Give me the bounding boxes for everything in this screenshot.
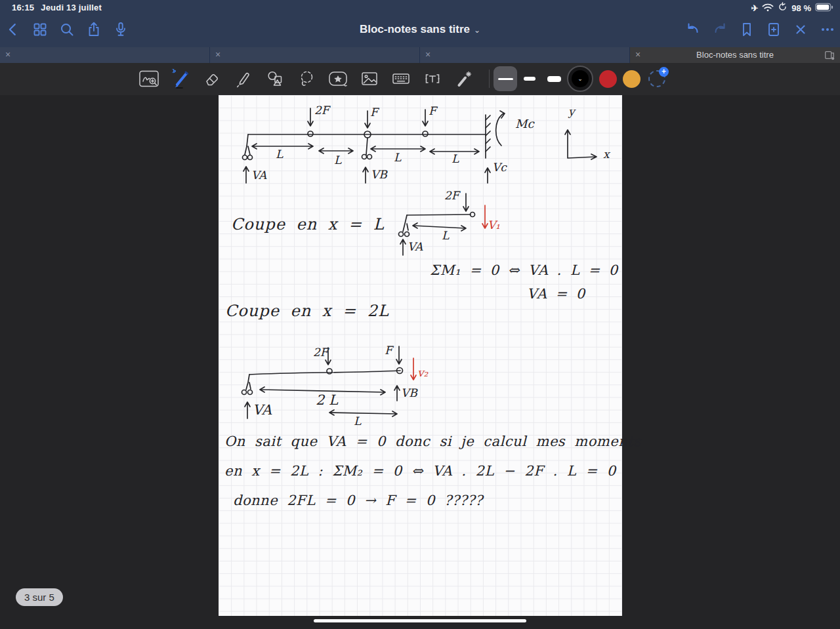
nav-right-icons xyxy=(684,21,836,38)
cut-2-dim-2l: 2 L xyxy=(316,392,338,408)
more-icon[interactable] xyxy=(819,21,836,38)
handwriting-strokes xyxy=(219,95,622,616)
color-orange[interactable] xyxy=(623,70,640,88)
tab-2-close-icon[interactable]: × xyxy=(215,49,220,60)
lasso-tool-icon[interactable] xyxy=(295,67,318,91)
label-dim-l4: L xyxy=(452,152,459,165)
highlighter-tool-icon[interactable] xyxy=(232,67,255,91)
cut-1-va: VA xyxy=(408,240,423,253)
status-date: Jeudi 13 juillet xyxy=(41,3,102,12)
tool-group xyxy=(138,67,475,91)
label-axis-y: y xyxy=(568,105,575,118)
nav-bar: Bloc-notes sans titre⌄ xyxy=(0,16,840,47)
tab-1-close-icon[interactable]: × xyxy=(5,49,10,60)
battery-percent: 98 % xyxy=(791,3,811,13)
drawing-toolbar: ⌄ + xyxy=(0,63,840,95)
status-left: 16:15Jeudi 13 juillet xyxy=(12,3,102,12)
label-moment-mc: Mc xyxy=(515,117,534,131)
status-right: ✈ 98 % xyxy=(751,2,833,14)
page-indicator: 3 sur 5 xyxy=(16,588,63,606)
battery-icon xyxy=(815,3,833,14)
cut-1-dim: L xyxy=(442,229,449,242)
status-bar: 16:15Jeudi 13 juillet ✈ 98 % xyxy=(0,0,840,16)
tab-4-close-icon[interactable]: × xyxy=(635,49,640,60)
color-red[interactable] xyxy=(599,70,617,88)
status-time: 16:15 xyxy=(12,3,34,12)
text-tool-icon[interactable] xyxy=(421,67,444,91)
color-chevron-icon: ⌄ xyxy=(578,76,583,82)
add-page-icon[interactable] xyxy=(765,21,782,38)
tab-4-active[interactable]: × Bloc-notes sans titre xyxy=(630,47,840,63)
orientation-lock-icon xyxy=(778,2,788,14)
cut-2-shear-arrow xyxy=(411,358,416,380)
cut-2-va: VA xyxy=(253,402,272,418)
note-page[interactable]: 2F F F Mc Vc VA VB L L L L y x Coupe en … xyxy=(219,95,622,616)
label-vc: Vc xyxy=(492,161,507,174)
tab-2[interactable]: × xyxy=(210,47,419,63)
image-tool-icon[interactable] xyxy=(358,67,381,91)
label-force-f-mid: F xyxy=(370,106,378,119)
toolbar-divider xyxy=(489,70,490,88)
cut-1-eq2: VA = 0 xyxy=(527,286,585,302)
airplane-mode-icon: ✈ xyxy=(751,3,758,13)
color-swatch-group: ⌄ + xyxy=(567,66,665,92)
plus-badge-icon: + xyxy=(659,67,669,77)
beam-diagram-1 xyxy=(243,108,597,183)
home-indicator[interactable] xyxy=(314,619,526,622)
stroke-width-thick[interactable] xyxy=(542,66,566,91)
stroke-width-group xyxy=(494,66,566,91)
close-icon[interactable] xyxy=(792,21,809,38)
sticker-tool-icon[interactable] xyxy=(327,67,349,91)
tab-3-close-icon[interactable]: × xyxy=(425,49,430,60)
title-chevron-icon: ⌄ xyxy=(474,26,480,35)
redo-icon[interactable] xyxy=(711,21,728,38)
cut-2-vb: VB xyxy=(401,386,417,399)
label-axis-x: x xyxy=(603,148,610,161)
label-dim-l2: L xyxy=(334,153,341,167)
tab-1[interactable]: × xyxy=(0,47,209,63)
notebook-title-text: Bloc-notes sans titre xyxy=(360,23,470,35)
eraser-tool-icon[interactable] xyxy=(201,67,223,91)
canvas-area: 2F F F Mc Vc VA VB L L L L y x Coupe en … xyxy=(0,95,840,629)
tab-3[interactable]: × xyxy=(420,47,629,63)
tab-4-title: Bloc-notes sans titre xyxy=(650,50,820,60)
undo-icon[interactable] xyxy=(684,21,702,38)
cut-2-shear-label: v₂ xyxy=(417,366,428,379)
note-line-2: en x = 2L : ΣM₂ = 0 ⇔ VA . 2L − 2F . L =… xyxy=(224,463,616,479)
stroke-width-thin-selected[interactable] xyxy=(494,66,517,91)
tab-bar: × × × × Bloc-notes sans titre xyxy=(0,47,840,63)
label-dim-l3: L xyxy=(394,151,401,164)
label-vb-1: VB xyxy=(371,168,387,181)
top-bar: 16:15Jeudi 13 juillet ✈ 98 % xyxy=(0,0,840,47)
label-va-1: VA xyxy=(251,169,266,182)
laser-pointer-tool-icon[interactable] xyxy=(453,67,475,91)
cut-1-title: Coupe en x = L xyxy=(231,215,385,233)
cut-1-shear-arrow xyxy=(482,205,488,228)
zoom-window-tool-icon[interactable] xyxy=(138,67,160,91)
cut-1-shear-label: V₁ xyxy=(488,218,500,232)
label-force-f-right: F xyxy=(429,104,436,117)
cut-2-force-2f: 2F xyxy=(313,346,328,359)
cut-2-title: Coupe en x = 2L xyxy=(225,302,389,320)
add-color-button[interactable]: + xyxy=(648,70,665,87)
cut-2-dim-l: L xyxy=(354,415,361,428)
color-black-selected[interactable]: ⌄ xyxy=(567,66,593,92)
note-line-3: donne 2FL = 0 → F = 0 ????? xyxy=(233,493,483,508)
label-dim-l1: L xyxy=(276,148,283,161)
cut-1-force: 2F xyxy=(444,189,459,202)
keyboard-tool-icon[interactable] xyxy=(390,67,412,91)
split-view-icon[interactable] xyxy=(824,49,835,64)
pen-tool-icon-selected[interactable] xyxy=(169,67,192,91)
cut-2-force-f: F xyxy=(385,344,392,357)
stroke-width-medium[interactable] xyxy=(518,66,541,91)
bookmark-icon[interactable] xyxy=(738,21,755,38)
wifi-icon xyxy=(762,3,774,14)
note-line-1: On sait que VA = 0 donc si je calcul mes… xyxy=(224,434,640,449)
label-force-2f: 2F xyxy=(314,104,329,117)
shapes-tool-icon[interactable] xyxy=(264,67,286,91)
cut-1-eq1: ΣM₁ = 0 ⇔ VA . L = 0 xyxy=(430,262,618,278)
notes-app-window: 16:15Jeudi 13 juillet ✈ 98 % xyxy=(0,0,840,629)
